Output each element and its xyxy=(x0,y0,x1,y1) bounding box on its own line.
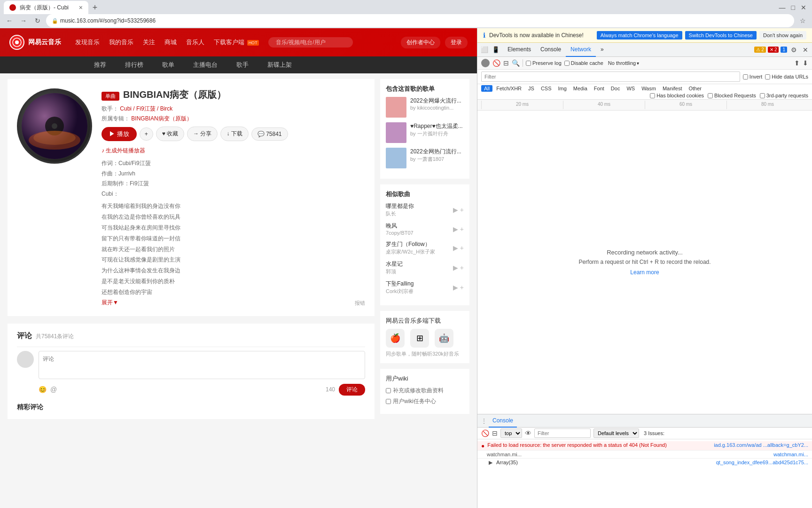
subnav-songlist[interactable]: 歌单 xyxy=(162,61,174,69)
wiki-item[interactable]: 用户wiki任务中心 xyxy=(386,397,464,405)
learn-more-link[interactable]: Learn more xyxy=(630,269,659,276)
playlist-item-name[interactable]: ♥Rapper♥也太温柔... xyxy=(410,122,464,130)
nav-my-music[interactable]: 我的音乐 xyxy=(109,38,133,47)
wiki-item[interactable]: 补充或修改歌曲资料 xyxy=(386,387,464,395)
tab-network[interactable]: Network xyxy=(566,43,596,57)
console-clear-icon[interactable]: 🚫 xyxy=(481,429,489,437)
filter-other[interactable]: Other xyxy=(686,85,704,92)
play-icon[interactable]: ▶ xyxy=(453,225,458,233)
hide-data-urls-check[interactable]: Hide data URLs xyxy=(765,74,808,79)
subnav-chart[interactable]: 排行榜 xyxy=(125,61,143,69)
nav-download[interactable]: 下载客户端 HOT xyxy=(214,38,259,47)
search-icon[interactable]: 🔍 xyxy=(512,59,520,67)
nav-discover[interactable]: 发现音乐 xyxy=(75,38,100,47)
entry-source-2[interactable]: watchman.mi... xyxy=(773,452,808,457)
browser-tab-active[interactable]: 病变（原版）- Cubi × xyxy=(4,1,88,14)
subnav-recommend[interactable]: 推荐 xyxy=(94,61,106,69)
preserve-log-check[interactable]: Preserve log xyxy=(526,60,562,66)
comment-button[interactable]: 💬 75841 xyxy=(251,127,288,141)
throttling-select[interactable]: No throttling ▾ xyxy=(608,60,639,66)
filter-font[interactable]: Font xyxy=(591,85,607,92)
at-icon[interactable]: @ xyxy=(50,386,57,393)
collect-button[interactable]: ♥ 收藏 xyxy=(156,127,184,141)
forward-button[interactable]: → xyxy=(18,15,29,26)
filter-wasm[interactable]: Wasm xyxy=(639,85,659,92)
eye-icon[interactable]: 👁 xyxy=(525,429,531,437)
share-button[interactable]: → 分享 xyxy=(187,127,218,141)
play-icon[interactable]: ▶ xyxy=(453,206,458,214)
filter-css[interactable]: CSS xyxy=(538,85,554,92)
minimize-button[interactable]: — xyxy=(777,4,788,11)
filter-manifest[interactable]: Manifest xyxy=(660,85,685,92)
phone-icon[interactable]: 📱 xyxy=(491,43,501,56)
network-filter-input[interactable] xyxy=(481,71,740,82)
generate-link[interactable]: ♪ 生成外链播放器 xyxy=(102,147,345,155)
play-icon[interactable]: ▶ xyxy=(453,244,458,252)
comment-textarea[interactable] xyxy=(39,351,365,379)
array-expand-row[interactable]: ▶ Array(35) qt_song_index_dfee69...abd42… xyxy=(477,459,812,467)
subnav-fm[interactable]: 主播电台 xyxy=(193,61,218,69)
submit-comment-button[interactable]: 评论 xyxy=(339,384,365,396)
filter-js[interactable]: JS xyxy=(525,85,537,92)
expand-button[interactable]: 展开▼ xyxy=(102,299,118,306)
invert-check[interactable]: Invert xyxy=(743,74,763,79)
inspect-icon[interactable]: ⬜ xyxy=(479,43,490,56)
disable-cache-checkbox[interactable] xyxy=(564,61,570,66)
import-icon[interactable]: ⬆ xyxy=(794,59,800,67)
back-button[interactable]: ← xyxy=(4,15,15,26)
add-icon[interactable]: + xyxy=(460,244,464,252)
add-icon[interactable]: + xyxy=(460,206,464,214)
third-party-check[interactable]: 3rd-party requests xyxy=(760,93,808,98)
add-button[interactable]: + xyxy=(140,127,153,141)
login-button[interactable]: 登录 xyxy=(445,37,468,48)
dismiss-button[interactable]: Don't show again xyxy=(759,31,806,40)
search-input[interactable] xyxy=(268,37,353,48)
similar-song-name[interactable]: 晚风 xyxy=(386,222,453,230)
playlist-item-name[interactable]: 2022全网热门流行... xyxy=(410,148,464,156)
tab-console[interactable]: Console xyxy=(536,43,566,57)
new-tab-button[interactable]: + xyxy=(88,1,102,14)
play-button[interactable]: ▶ 播放 xyxy=(102,127,137,141)
add-icon[interactable]: + xyxy=(460,284,464,291)
emoji-icon[interactable]: 😊 xyxy=(39,386,47,393)
match-language-button[interactable]: Always match Chrome's language xyxy=(597,31,682,40)
play-icon[interactable]: ▶ xyxy=(453,264,458,271)
record-button[interactable] xyxy=(481,59,490,67)
filter-all[interactable]: All xyxy=(481,85,492,92)
subnav-singer[interactable]: 歌手 xyxy=(236,61,249,69)
filter-img[interactable]: Img xyxy=(555,85,570,92)
close-button[interactable]: ✕ xyxy=(799,4,808,11)
similar-song-name[interactable]: 罗生门（Follow） xyxy=(386,240,453,248)
clear-button[interactable]: 🚫 xyxy=(492,59,500,67)
bookmark-icon[interactable]: ☆ xyxy=(797,15,808,26)
ios-download-icon[interactable]: 🍎 xyxy=(386,329,405,348)
nav-artist[interactable]: 音乐人 xyxy=(186,38,204,47)
console-tab-active[interactable]: Console xyxy=(489,414,517,428)
reload-button[interactable]: ↻ xyxy=(32,15,43,26)
singer-link[interactable]: Cubi / Fi9江菠 / Birck xyxy=(120,105,172,112)
devtools-close-icon[interactable]: ✕ xyxy=(801,46,810,54)
create-center-button[interactable]: 创作者中心 xyxy=(401,37,440,48)
console-filter-input[interactable] xyxy=(534,429,591,438)
similar-song-name[interactable]: 哪里都是你 xyxy=(386,202,453,210)
add-icon[interactable]: + xyxy=(460,264,464,271)
filter-fetch-xhr[interactable]: Fetch/XHR xyxy=(493,85,524,92)
similar-song-name[interactable]: 水星记 xyxy=(386,260,453,268)
nav-mall[interactable]: 商城 xyxy=(164,38,177,47)
array-source[interactable]: qt_song_index_dfee69...abd425d1c75... xyxy=(716,460,808,466)
filter-ws[interactable]: WS xyxy=(624,85,638,92)
windows-download-icon[interactable]: ⊞ xyxy=(410,329,429,348)
address-input[interactable]: 🔒 music.163.com/#/song?id=533259686 xyxy=(46,14,794,27)
console-context-select[interactable]: top xyxy=(500,429,522,438)
subnav-new-music[interactable]: 新碟上架 xyxy=(267,61,292,69)
report-button[interactable]: 报错 xyxy=(355,300,365,307)
error-source-1[interactable]: iad.g.163.com/wa/ad ...allback=g_cbY2... xyxy=(714,442,808,448)
export-icon[interactable]: ⬇ xyxy=(803,59,808,67)
switch-language-button[interactable]: Switch DevTools to Chinese xyxy=(685,31,757,40)
disable-cache-check[interactable]: Disable cache xyxy=(564,60,603,66)
tab-close-icon[interactable]: × xyxy=(79,4,83,11)
similar-song-name[interactable]: 下坠Falling xyxy=(386,280,453,288)
devtools-gear-icon[interactable]: ⚙ xyxy=(789,46,799,54)
filter-media[interactable]: Media xyxy=(570,85,590,92)
blocked-requests-check[interactable]: Blocked Requests xyxy=(708,93,756,98)
